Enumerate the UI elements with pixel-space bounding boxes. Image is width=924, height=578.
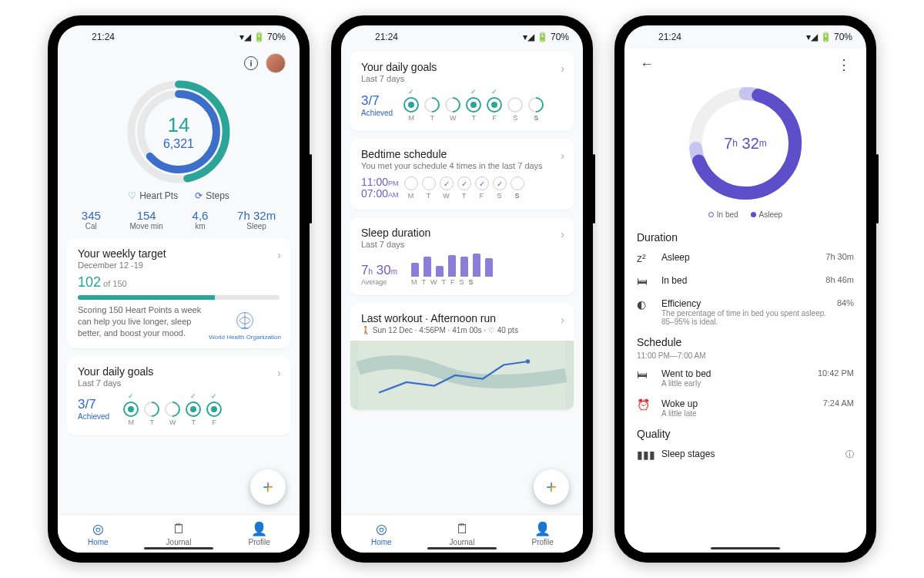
card-title: Your weekly target	[78, 247, 280, 260]
phone-home: 21:24 ▾◢ 🔋70% i 14 6,321	[48, 15, 310, 563]
status-bar: 21:24 ▾◢ 🔋70%	[58, 25, 300, 49]
steps-value: 6,321	[163, 137, 194, 151]
activity-ring[interactable]: 14 6,321	[67, 78, 290, 186]
efficiency-row[interactable]: ◐ EfficiencyThe percentage of time in be…	[634, 293, 857, 331]
nav-profile[interactable]: 👤Profile	[502, 515, 583, 553]
last-workout-card[interactable]: › Last workout · Afternoon run 🚶 Sun 12 …	[350, 303, 574, 410]
inbed-row[interactable]: 🛏 In bed 8h 46m	[634, 270, 857, 293]
info-icon: ⓘ	[845, 449, 854, 460]
stats-row[interactable]: 345Cal 154Move min 4,6km 7h 32mSleep	[67, 209, 290, 230]
bedtime-card[interactable]: › Bedtime schedule You met your schedule…	[350, 139, 574, 210]
ring-legend: ♡Heart Pts ⟳Steps	[67, 190, 290, 201]
duration-header: Duration	[634, 227, 857, 247]
sleep-dial[interactable]: 7h 32m	[680, 78, 811, 209]
steps-icon: ⟳	[195, 190, 203, 201]
bed-icon: 🛏	[637, 275, 652, 287]
phone-sleep: 21:24 ▾◢ 🔋70% ← ⋮ 7h 32m In bed Asleep D…	[614, 15, 876, 563]
alarm-icon: ⏰	[637, 398, 652, 411]
home-indicator[interactable]	[144, 547, 213, 549]
nav-home[interactable]: ◎Home	[341, 515, 422, 553]
fab-add-button[interactable]: +	[534, 469, 569, 505]
avatar[interactable]	[266, 53, 286, 73]
phone-cards: 21:24 ▾◢ 🔋70% › Your daily goals Last 7 …	[331, 15, 593, 563]
status-icons: ▾◢ 🔋70%	[239, 32, 286, 42]
journal-icon: 🗒	[172, 522, 186, 537]
status-bar: 21:24 ▾◢ 🔋70%	[624, 25, 866, 49]
svg-point-7	[526, 359, 530, 363]
weekly-target-card[interactable]: › Your weekly target December 12 -19 102…	[67, 238, 290, 348]
stages-icon: ▮▮▮	[637, 449, 652, 461]
chevron-right-icon: ›	[277, 367, 281, 379]
who-badge: World Health Organization	[209, 309, 281, 341]
fab-add-button[interactable]: +	[250, 469, 286, 505]
home-indicator[interactable]	[711, 547, 780, 549]
chevron-right-icon: ›	[277, 249, 281, 261]
went-to-bed-row[interactable]: 🛏 Went to bedA little early 10:42 PM	[634, 363, 857, 393]
status-time: 21:24	[72, 32, 115, 42]
workout-map	[350, 341, 574, 410]
efficiency-icon: ◐	[637, 298, 652, 311]
bed-icon: 🛏	[637, 368, 652, 381]
daily-goals-card[interactable]: › Your daily goals Last 7 days 3/7 Achie…	[350, 52, 574, 131]
back-icon[interactable]: ←	[640, 56, 654, 73]
sleep-legend: In bed Asleep	[634, 210, 857, 219]
nav-home[interactable]: ◎Home	[58, 515, 139, 553]
heart-points-value: 14	[168, 113, 190, 137]
sleep-bars	[411, 252, 493, 277]
daily-goals-card[interactable]: › Your daily goals Last 7 days 3/7 Achie…	[67, 356, 290, 435]
profile-icon: 👤	[251, 521, 267, 537]
chevron-right-icon: ›	[561, 62, 564, 75]
more-icon[interactable]: ⋮	[837, 56, 851, 73]
info-icon[interactable]: i	[244, 56, 258, 70]
sleep-duration-card[interactable]: › Sleep duration Last 7 days 7h 30m Aver…	[350, 217, 574, 295]
sleep-icon: z²	[637, 252, 652, 264]
home-icon: ◎	[92, 521, 104, 537]
home-indicator[interactable]	[427, 547, 497, 549]
woke-up-row[interactable]: ⏰ Woke upA little late 7:24 AM	[634, 393, 857, 423]
asleep-row[interactable]: z² Asleep 7h 30m	[634, 247, 857, 270]
status-bar: 21:24 ▾◢ 🔋70%	[341, 25, 583, 49]
nav-profile[interactable]: 👤Profile	[219, 515, 300, 553]
sleep-stages-row[interactable]: ▮▮▮ Sleep stages ⓘ	[634, 443, 857, 466]
heart-icon: ♡	[128, 190, 136, 201]
